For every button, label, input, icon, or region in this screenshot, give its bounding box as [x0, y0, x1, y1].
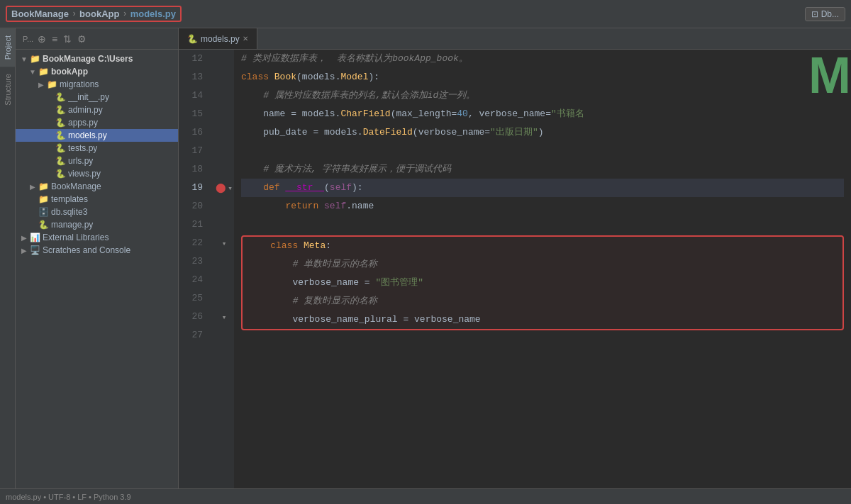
- sidebar-tabs: Project Structure: [0, 28, 16, 488]
- chevron-right-icon: ▶: [21, 247, 28, 254]
- code-line-16: pub_date = models.DateField(verbose_name…: [241, 123, 844, 142]
- code-line-23: # 单数时显示的名称: [248, 255, 837, 274]
- title-bar: BookManage › bookApp › models.py ⊡ Db...: [0, 0, 851, 28]
- folder-icon: 📁: [38, 67, 49, 77]
- chevron-right-icon: ▶: [29, 183, 36, 191]
- line-num-21: 21: [179, 215, 208, 234]
- code-line-17: [241, 142, 844, 160]
- tree-item-external-libraries[interactable]: ▶ 📊 External Libraries: [16, 231, 178, 244]
- library-icon: 📊: [30, 233, 40, 242]
- db-button[interactable]: ⊡ Db...: [805, 7, 845, 21]
- tree-item-scratches[interactable]: ▶ 🖥️ Scratches and Console: [16, 244, 178, 257]
- tree-item-bookapp[interactable]: ▼ 📁 bookApp: [16, 65, 178, 78]
- breadcrumb-bookapp[interactable]: bookApp: [79, 9, 119, 19]
- tree-item-urls[interactable]: 🐍 urls.py: [16, 155, 178, 167]
- line-num-23: 23: [179, 252, 208, 271]
- tree-item-views[interactable]: 🐍 views.py: [16, 167, 178, 180]
- gutter-line-25: [214, 289, 234, 308]
- line-num-15: 15: [179, 105, 208, 123]
- code-line-22: class Meta:: [248, 237, 837, 255]
- folder-icon: 📁: [38, 194, 49, 204]
- code-line-27: [241, 332, 844, 350]
- project-panel: P... ⊕ ≡ ⇅ ⚙ ▼ 📁 BookManage C:\Users ▼ 📁…: [16, 28, 179, 488]
- code-line-25: # 复数时显示的名称: [248, 292, 837, 310]
- breadcrumb-models[interactable]: models.py: [130, 9, 176, 19]
- line-num-14: 14: [179, 86, 208, 105]
- line-num-24: 24: [179, 271, 208, 289]
- code-content[interactable]: M # 类对应数据库表， 表名称默认为bookApp_book。 class B…: [234, 50, 851, 488]
- line-num-27: 27: [179, 326, 208, 345]
- gutter-line-22: ▾: [214, 234, 234, 252]
- editor-tabs: 🐍 models.py ✕: [179, 28, 851, 50]
- tree-item-models[interactable]: 🐍 models.py: [16, 129, 178, 142]
- chevron-right-icon: ▶: [38, 81, 45, 89]
- bookmark-icon: ▾: [228, 184, 233, 193]
- folder-icon: 📁: [30, 54, 40, 64]
- tab-project[interactable]: Project: [0, 28, 15, 67]
- breakpoint-arrow-icon: ⬤: [216, 182, 226, 194]
- toolbar-btn-2[interactable]: ≡: [50, 32, 59, 46]
- fold-icon-2: ▾: [222, 313, 227, 322]
- status-text: models.py • UTF-8 • LF • Python 3.9: [6, 493, 131, 501]
- line-num-13: 13: [179, 68, 208, 86]
- line-num-26: 26: [179, 308, 208, 326]
- fold-icon: ▾: [222, 239, 227, 248]
- gutter-line-14: [214, 86, 234, 105]
- python-file-icon: 🐍: [55, 92, 66, 102]
- panel-title: P...: [23, 35, 33, 43]
- code-editor: 12 13 14 15 16 17 18 19 20 21 22 23 24 2…: [179, 50, 851, 488]
- toolbar-btn-3[interactable]: ⇅: [62, 32, 73, 46]
- gutter-line-18: [214, 160, 234, 179]
- tree-item-manage[interactable]: 🐍 manage.py: [16, 218, 178, 231]
- python-file-icon: 🐍: [55, 156, 66, 166]
- chevron-right-icon: ▶: [21, 234, 28, 242]
- tab-label: models.py: [201, 34, 240, 44]
- gutter-line-13: [214, 68, 234, 86]
- line-num-18: 18: [179, 160, 208, 179]
- gutter-line-24: [214, 271, 234, 289]
- meta-class-box: class Meta: # 单数时显示的名称 verbose_name = "图…: [241, 235, 844, 330]
- breadcrumb-bookmanage[interactable]: BookManage: [11, 9, 69, 19]
- tree-container: ▼ 📁 BookManage C:\Users ▼ 📁 bookApp ▶ 📁 …: [16, 50, 178, 488]
- line-num-19: 19: [179, 179, 208, 197]
- tree-item-bookmanage2[interactable]: ▶ 📁 BookManage: [16, 180, 178, 193]
- main-layout: Project Structure P... ⊕ ≡ ⇅ ⚙ ▼ 📁 BookM…: [0, 28, 851, 488]
- toolbar-btn-settings[interactable]: ⚙: [76, 32, 88, 46]
- line-num-25: 25: [179, 289, 208, 308]
- tree-item-bookmanage[interactable]: ▼ 📁 BookManage C:\Users: [16, 52, 178, 65]
- gutter-line-12: [214, 50, 234, 68]
- database-file-icon: 🗄️: [38, 207, 49, 217]
- tree-item-admin[interactable]: 🐍 admin.py: [16, 103, 178, 116]
- tab-structure[interactable]: Structure: [0, 67, 15, 113]
- line-numbers: 12 13 14 15 16 17 18 19 20 21 22 23 24 2…: [179, 50, 214, 488]
- folder-icon: 📁: [38, 181, 49, 191]
- editor-area: 🐍 models.py ✕ 12 13 14 15 16 17 18 19 20…: [179, 28, 851, 488]
- gutter-line-15: [214, 105, 234, 123]
- status-bar: models.py • UTF-8 • LF • Python 3.9: [0, 488, 851, 504]
- tree-item-tests[interactable]: 🐍 tests.py: [16, 142, 178, 155]
- toolbar-btn-1[interactable]: ⊕: [36, 32, 48, 46]
- python-file-icon: 🐍: [55, 169, 66, 179]
- tree-item-migrations[interactable]: ▶ 📁 migrations: [16, 78, 178, 91]
- tree-item-init[interactable]: 🐍 __init__.py: [16, 91, 178, 103]
- gutter: ⬤ ▾ ▾ ▾: [214, 50, 234, 488]
- python-tab-icon: 🐍: [187, 34, 198, 44]
- gutter-line-27: [214, 326, 234, 345]
- python-file-icon: 🐍: [38, 220, 49, 230]
- gutter-line-21: [214, 215, 234, 234]
- line-num-16: 16: [179, 123, 208, 142]
- gutter-line-16: [214, 123, 234, 142]
- tree-item-templates[interactable]: 📁 templates: [16, 193, 178, 206]
- gutter-line-23: [214, 252, 234, 271]
- editor-tab-models[interactable]: 🐍 models.py ✕: [179, 28, 257, 49]
- chevron-down-icon: ▼: [29, 68, 36, 76]
- tab-close-icon[interactable]: ✕: [243, 35, 248, 43]
- tree-item-apps[interactable]: 🐍 apps.py: [16, 116, 178, 129]
- tree-item-sqlite[interactable]: 🗄️ db.sqlite3: [16, 206, 178, 218]
- line-num-20: 20: [179, 197, 208, 215]
- python-file-icon: 🐍: [55, 105, 66, 115]
- m-logo: M: [808, 50, 851, 101]
- folder-icon: 📁: [47, 79, 57, 89]
- console-icon: 🖥️: [30, 245, 40, 255]
- chevron-down-icon: ▼: [21, 55, 28, 63]
